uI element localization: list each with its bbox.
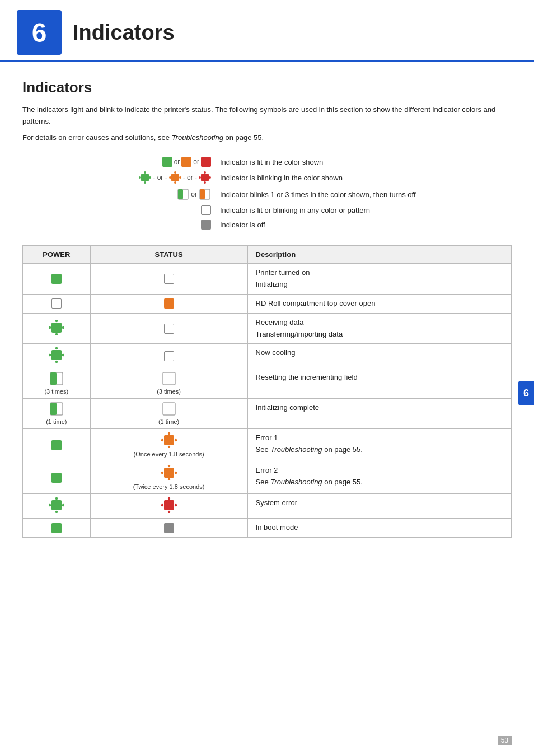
page-header: 6 Indicators bbox=[0, 0, 534, 62]
empty-sq-icon bbox=[164, 351, 174, 361]
blink-green3-icon bbox=[49, 497, 64, 513]
svg-point-49 bbox=[62, 504, 64, 506]
svg-point-47 bbox=[55, 511, 58, 513]
table-row: System error bbox=[23, 494, 512, 519]
power-cell-4 bbox=[23, 344, 91, 368]
legend-row-blinks-times: or Indicator blinks 1 or 3 times in the … bbox=[110, 188, 424, 200]
half-green-1-icon bbox=[50, 402, 63, 416]
legend-row-any-color: Indicator is lit or blinking in any colo… bbox=[110, 205, 424, 215]
legend-icons-any-color bbox=[110, 205, 211, 215]
half-empty-3-icon bbox=[162, 372, 176, 385]
blink-orange-icon bbox=[169, 171, 181, 184]
svg-point-54 bbox=[174, 504, 176, 506]
table-row: In boot mode bbox=[23, 519, 512, 538]
svg-point-12 bbox=[199, 176, 201, 179]
main-content: Indicators The indicators light and blin… bbox=[0, 79, 534, 538]
blink-red-icon bbox=[161, 497, 177, 513]
svg-point-43 bbox=[161, 472, 163, 474]
svg-point-1 bbox=[144, 181, 146, 184]
table-row: Printer turned on Initializing bbox=[23, 264, 512, 295]
status-cell-1 bbox=[90, 264, 247, 295]
svg-point-8 bbox=[179, 176, 181, 179]
status-cell-5: (3 times) bbox=[90, 368, 247, 399]
svg-point-22 bbox=[62, 326, 64, 329]
empty-sq-icon bbox=[164, 274, 174, 284]
svg-point-53 bbox=[161, 504, 163, 506]
green-sq-icon bbox=[51, 473, 62, 483]
svg-rect-55 bbox=[164, 500, 174, 510]
status-cell-9 bbox=[90, 494, 247, 519]
svg-point-41 bbox=[167, 465, 170, 467]
svg-point-25 bbox=[55, 361, 58, 363]
svg-point-13 bbox=[209, 176, 211, 179]
col-header-power: POWER bbox=[23, 246, 91, 264]
power-cell-10 bbox=[23, 519, 91, 538]
legend-row-lit: or or Indicator is lit in the color show… bbox=[110, 157, 424, 167]
legend-red-sq bbox=[201, 157, 211, 167]
svg-point-52 bbox=[167, 511, 170, 513]
svg-point-7 bbox=[169, 176, 171, 179]
any-color-icon bbox=[201, 205, 211, 215]
svg-rect-45 bbox=[164, 468, 174, 478]
svg-rect-16 bbox=[178, 189, 183, 199]
table-row: Now cooling bbox=[23, 344, 512, 368]
svg-point-0 bbox=[144, 171, 146, 174]
legend-orange-sq bbox=[181, 157, 191, 167]
status-sub-8: (Twice every 1.8 seconds) bbox=[95, 483, 243, 490]
legend-text-off: Indicator is off bbox=[220, 221, 424, 229]
svg-point-27 bbox=[62, 354, 64, 356]
status-cell-8: (Twice every 1.8 seconds) bbox=[90, 461, 247, 494]
legend-or-2: or bbox=[193, 158, 199, 166]
orange-sq-icon bbox=[164, 298, 174, 309]
legend-text-any-color: Indicator is lit or blinking in any colo… bbox=[220, 206, 424, 214]
empty-sq-icon bbox=[164, 324, 174, 334]
desc-cell-7: Error 1 See Troubleshooting on page 55. bbox=[247, 429, 511, 461]
intro-paragraph-1: The indicators light and blink to indica… bbox=[22, 104, 512, 128]
svg-point-39 bbox=[174, 439, 176, 441]
indicator-table: POWER STATUS Description Printer turned … bbox=[22, 245, 512, 538]
svg-rect-34 bbox=[50, 403, 57, 415]
desc-cell-6: Initializing complete bbox=[247, 399, 511, 429]
desc-cell-5: Resetting the incrementing field bbox=[247, 368, 511, 399]
table-row: RD Roll compartment top cover open bbox=[23, 294, 512, 313]
power-cell-6: (1 time) bbox=[23, 399, 91, 429]
svg-point-24 bbox=[55, 347, 58, 349]
col-header-description: Description bbox=[247, 246, 511, 264]
desc-cell-9: System error bbox=[247, 494, 511, 519]
svg-point-21 bbox=[49, 326, 51, 329]
status-cell-3 bbox=[90, 313, 247, 344]
svg-rect-35 bbox=[163, 403, 175, 415]
power-cell-7 bbox=[23, 429, 91, 461]
table-row: (Once every 1.8 seconds) Error 1 See Tro… bbox=[23, 429, 512, 461]
legend-icons-blinks-times: or bbox=[110, 188, 211, 200]
status-cell-10 bbox=[90, 519, 247, 538]
legend-icons-lit: or or bbox=[110, 157, 211, 167]
svg-point-42 bbox=[167, 478, 170, 480]
page-title: Indicators bbox=[73, 21, 175, 45]
svg-point-46 bbox=[55, 497, 58, 500]
svg-point-37 bbox=[167, 446, 170, 448]
gray-sq-icon bbox=[164, 523, 174, 533]
blink-orange-2-icon bbox=[161, 465, 177, 480]
legend-icons-off bbox=[110, 220, 211, 230]
green-sq-icon bbox=[51, 523, 62, 533]
table-row: (3 times) (3 times) Resetting the increm… bbox=[23, 368, 512, 399]
legend-row-blinking: - or - - or - bbox=[110, 171, 424, 184]
svg-point-26 bbox=[49, 354, 51, 356]
table-row: (Twice every 1.8 seconds) Error 2 See Tr… bbox=[23, 461, 512, 494]
status-sub-3: (3 times) bbox=[95, 388, 243, 395]
svg-point-44 bbox=[174, 472, 176, 474]
page-number: 53 bbox=[495, 736, 512, 745]
svg-point-51 bbox=[167, 497, 170, 500]
svg-rect-4 bbox=[141, 174, 149, 181]
desc-cell-1: Printer turned on Initializing bbox=[247, 264, 511, 295]
power-cell-5: (3 times) bbox=[23, 368, 91, 399]
legend-text-lit: Indicator is lit in the color shown bbox=[220, 158, 424, 166]
page-number-value: 53 bbox=[498, 736, 512, 745]
svg-rect-50 bbox=[51, 500, 62, 510]
status-cell-6: (1 time) bbox=[90, 399, 247, 429]
desc-cell-2: RD Roll compartment top cover open bbox=[247, 294, 511, 313]
half-green-3-icon bbox=[50, 372, 63, 385]
power-cell-9 bbox=[23, 494, 91, 519]
svg-point-10 bbox=[204, 171, 206, 174]
